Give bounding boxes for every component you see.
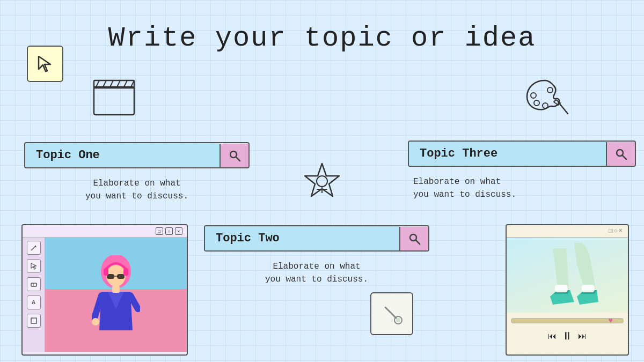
svg-line-22	[623, 156, 626, 159]
svg-marker-28	[31, 263, 36, 269]
svg-rect-43	[555, 285, 568, 292]
topic-three-label: Topic Three	[409, 142, 606, 166]
topic-two-container: Topic Two Elaborate on what you want to …	[204, 225, 429, 286]
svg-line-18	[236, 157, 240, 161]
search-icon	[228, 149, 241, 162]
sidebar-cursor-icon[interactable]	[27, 259, 41, 273]
window-right-controls: □○×	[609, 227, 624, 235]
topic-three-searchbar[interactable]: Topic Three	[408, 141, 636, 167]
topic-three-description: Elaborate on what you want to discuss.	[408, 175, 636, 201]
svg-point-25	[396, 318, 400, 322]
svg-point-11	[543, 103, 548, 108]
page-title: Write your topic or idea	[0, 0, 644, 54]
topic-one-search-btn[interactable]	[219, 144, 248, 167]
topic-three-container: Topic Three Elaborate on what you want t…	[408, 141, 636, 201]
window-photo-area	[45, 238, 187, 352]
svg-rect-37	[104, 268, 108, 276]
svg-line-40	[130, 295, 138, 309]
svg-rect-1	[94, 87, 134, 115]
sidebar-eraser-icon[interactable]	[27, 277, 41, 291]
topic-one-label: Topic One	[25, 143, 219, 167]
window-body-left: A	[23, 238, 187, 352]
svg-marker-27	[34, 245, 36, 247]
sidebar-pencil-icon[interactable]	[27, 241, 41, 255]
window-titlebar-left: □ ○ ×	[23, 225, 187, 238]
media-controls: ⏮ ⏸ ⏭	[511, 327, 624, 346]
svg-line-23	[385, 307, 396, 318]
window-maximize-btn[interactable]: ○	[165, 227, 173, 235]
search-icon	[614, 147, 627, 160]
paintbrush-box	[370, 292, 413, 335]
next-btn[interactable]: ⏭	[578, 331, 587, 342]
clapperboard-icon	[91, 75, 137, 118]
window-sidebar: A	[23, 238, 45, 352]
topic-two-description: Elaborate on what you want to discuss.	[204, 260, 429, 286]
cursor-icon	[35, 54, 55, 73]
window-titlebar-right: □○×	[507, 225, 628, 238]
topic-three-search-btn[interactable]	[606, 142, 635, 166]
svg-point-9	[531, 93, 536, 98]
sidebar-shape-icon[interactable]	[27, 314, 41, 328]
svg-rect-38	[123, 268, 128, 276]
palette-icon	[521, 75, 569, 118]
play-pause-btn[interactable]: ⏸	[562, 330, 573, 343]
topic-one-container: Topic One Elaborate on what you want to …	[24, 142, 250, 203]
svg-rect-44	[582, 285, 595, 292]
svg-point-12	[547, 87, 553, 93]
cursor-box	[27, 46, 63, 82]
svg-point-41	[92, 318, 99, 326]
star-person-icon	[301, 161, 343, 209]
progress-bar[interactable]	[511, 318, 624, 323]
paintbrush-icon	[380, 302, 404, 326]
svg-marker-0	[39, 56, 50, 71]
search-icon	[408, 232, 421, 245]
topic-two-label: Topic Two	[205, 226, 399, 250]
topic-two-searchbar[interactable]: Topic Two	[204, 225, 429, 252]
window-close-btn[interactable]: ×	[175, 227, 182, 235]
topic-one-description: Elaborate on what you want to discuss.	[24, 177, 250, 203]
topic-one-searchbar[interactable]: Topic One	[24, 142, 250, 168]
svg-rect-35	[117, 274, 125, 279]
svg-rect-42	[112, 285, 120, 293]
sidebar-text-icon[interactable]: A	[27, 295, 41, 309]
topic-two-search-btn[interactable]	[399, 227, 428, 250]
svg-rect-29	[31, 283, 36, 286]
svg-point-10	[534, 100, 539, 106]
heart-icon: ♥	[609, 316, 613, 325]
svg-line-20	[416, 240, 420, 244]
window-frame-right: □○× ♥ ⏮	[506, 224, 629, 356]
window-footer: ♥ ⏮ ⏸ ⏭	[507, 313, 628, 349]
window-frame-left: □ ○ × A	[21, 224, 188, 356]
window-photo-right	[507, 238, 628, 313]
svg-rect-31	[31, 318, 36, 323]
svg-point-14	[317, 176, 327, 187]
prev-btn[interactable]: ⏮	[548, 331, 557, 342]
window-minimize-btn[interactable]: □	[156, 227, 163, 235]
